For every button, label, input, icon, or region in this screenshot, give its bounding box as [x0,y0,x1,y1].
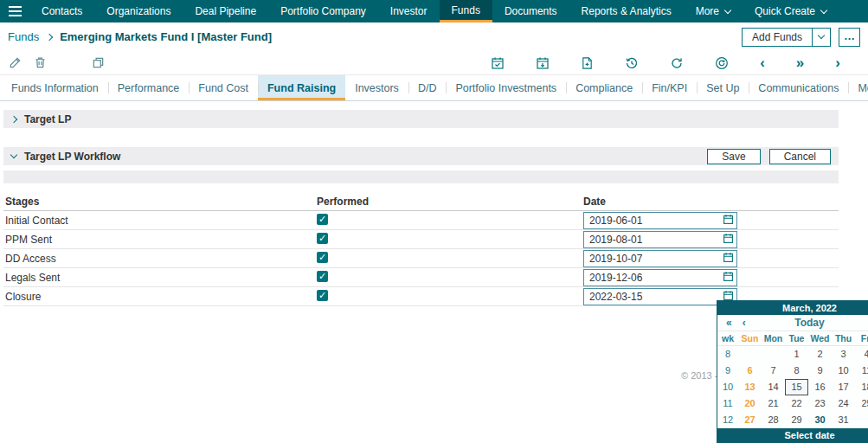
column-header-date: Date [583,196,839,208]
calendar-day[interactable]: 17 [832,379,855,395]
date-field[interactable]: 2019-10-07 [583,250,737,267]
duplicate-icon[interactable] [92,56,105,69]
calendar-day[interactable] [738,346,762,363]
nav-item-contacts[interactable]: Contacts [29,0,94,22]
calendar-day[interactable]: 6 [738,363,762,379]
calendar-day[interactable]: 13 [738,379,762,395]
calendar-day[interactable]: 24 [832,395,855,412]
refresh-icon[interactable] [670,56,684,70]
calendar-day[interactable]: 28 [762,412,785,428]
tab-compliance[interactable]: Compliance [566,75,642,100]
history-icon[interactable] [625,56,639,70]
calendar-day[interactable]: 20 [738,395,762,412]
calendar-day[interactable]: 16 [808,379,832,395]
date-field[interactable]: 2019-08-01 [583,231,737,248]
performed-checkbox[interactable] [317,214,328,225]
calendar-day[interactable]: 27 [738,412,762,428]
next-record-icon[interactable]: › [835,57,840,69]
calendar-day[interactable]: 7 [762,363,785,379]
nav-item-funds[interactable]: Funds [440,0,492,22]
calendar-day[interactable]: 4 [855,346,868,363]
day-header-wed: Wed [808,333,832,343]
date-value: 2019-10-07 [584,253,723,265]
header-actions: Add Funds … [742,28,860,47]
nav-item-organizations[interactable]: Organizations [94,0,183,22]
section-header-target-lp[interactable]: Target LP [3,110,839,128]
calendar-day[interactable]: 2 [808,346,832,363]
calendar-day[interactable]: 3 [832,346,855,363]
calendar-day[interactable]: 23 [808,395,832,412]
tab-fund-cost[interactable]: Fund Cost [189,75,258,100]
calendar-day[interactable] [855,412,868,428]
calendar-day[interactable]: 31 [832,412,855,428]
calendar-icon[interactable] [723,271,734,285]
tab-set-up[interactable]: Set Up [697,75,749,100]
tab-communications[interactable]: Communications [749,75,848,100]
calendar-day[interactable]: 8 [785,363,808,379]
calendar-day[interactable]: 22 [785,395,808,412]
date-field[interactable]: 2019-12-06 [583,269,737,286]
calendar-week-row: 12 27 28 29 30 31 [717,412,868,428]
top-navigation: Contacts Organizations Deal Pipeline Por… [0,0,868,22]
prev-year-button[interactable]: « [721,317,737,329]
tab-funds-information[interactable]: Funds Information [2,75,108,100]
today-button[interactable]: Today [751,317,868,329]
nav-item-quick-create[interactable]: Quick Create [743,0,839,22]
tab-fund-raising[interactable]: Fund Raising [258,75,345,100]
tab-portfolio-investments[interactable]: Portfolio Investments [446,75,566,100]
tab-performance[interactable]: Performance [108,75,190,100]
calendar-day[interactable]: 10 [832,363,855,379]
tab-more-information[interactable]: More Information [848,75,868,100]
nav-item-portfolio-company[interactable]: Portfolio Company [268,0,378,22]
nav-item-documents[interactable]: Documents [492,0,569,22]
date-field-active[interactable]: 2022-03-15 [583,288,737,305]
cancel-button[interactable]: Cancel [769,149,831,164]
nav-item-deal-pipeline[interactable]: Deal Pipeline [183,0,268,22]
calendar-day[interactable]: 14 [762,379,785,395]
calendar-day[interactable]: 18 [855,379,868,395]
delete-icon[interactable] [34,56,47,69]
add-funds-dropdown-button[interactable] [813,28,831,47]
select-date-button[interactable]: Select date [717,428,868,442]
save-button[interactable]: Save [707,149,760,164]
add-funds-button[interactable]: Add Funds [742,28,813,47]
hamburger-menu-icon[interactable] [0,0,29,22]
performed-checkbox[interactable] [317,290,328,301]
calendar-day[interactable]: 25 [855,395,868,412]
document-add-icon[interactable] [581,56,594,70]
tab-dd[interactable]: D/D [408,75,447,100]
calendar-day[interactable]: 11 [855,363,868,379]
more-actions-button[interactable]: … [839,28,860,47]
calendar-icon[interactable] [723,233,734,247]
prev-month-button[interactable]: ‹ [737,317,751,329]
calendar-icon[interactable] [723,252,734,266]
performed-checkbox[interactable] [317,252,328,263]
previous-record-icon[interactable]: ‹ [760,57,765,69]
calendar-day-selected[interactable]: 15 [785,379,808,395]
tab-fin-kpi[interactable]: Fin/KPI [642,75,697,100]
last-record-icon[interactable]: » [796,57,804,69]
nav-label: Organizations [106,5,170,17]
date-field[interactable]: 2019-06-01 [583,212,737,229]
calendar-check-icon[interactable] [491,56,505,70]
nav-item-reports-analytics[interactable]: Reports & Analytics [569,0,684,22]
calendar-day[interactable] [762,346,785,363]
calendar-download-icon[interactable] [536,56,550,70]
performed-checkbox[interactable] [317,233,328,244]
table-row: Legals Sent 2019-12-06 [3,268,839,287]
calendar-day[interactable]: 21 [762,395,785,412]
edit-icon[interactable] [9,56,22,69]
calendar-day[interactable]: 1 [785,346,808,363]
section-header-target-lp-workflow[interactable]: Target LP Workflow Save Cancel [3,147,839,165]
calendar-day-today[interactable]: 30 [808,412,832,428]
nav-item-investor[interactable]: Investor [378,0,440,22]
performed-checkbox[interactable] [317,271,328,282]
calendar-day[interactable]: 9 [808,363,832,379]
sync-circle-icon[interactable] [715,56,729,70]
breadcrumb-root-link[interactable]: Funds [8,30,39,43]
nav-item-more[interactable]: More [684,0,743,22]
tab-investors[interactable]: Investors [345,75,408,100]
calendar-icon[interactable] [723,214,734,228]
calendar-day[interactable]: 29 [785,412,808,428]
column-header-stages: Stages [3,196,317,208]
